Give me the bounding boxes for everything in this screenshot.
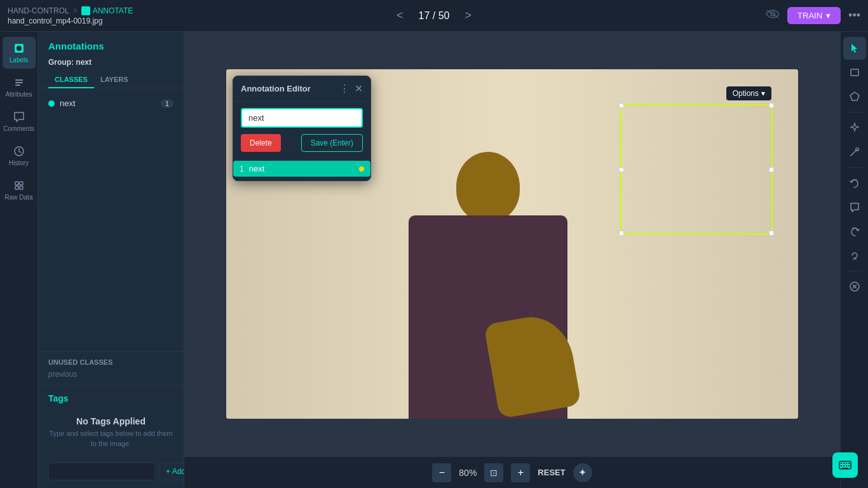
options-badge[interactable]: Options ▾ — [726, 86, 771, 100]
svg-rect-9 — [20, 182, 23, 185]
zoom-in-button[interactable]: + — [511, 463, 530, 482]
class-name: next — [60, 98, 76, 108]
svg-rect-22 — [843, 465, 844, 466]
svg-rect-23 — [846, 465, 847, 466]
breadcrumb-parent[interactable]: HAND-CONTROL — [8, 6, 69, 15]
tool-magic[interactable] — [843, 116, 866, 139]
nav-prev-button[interactable]: < — [391, 6, 409, 25]
tool-pointer[interactable] — [843, 37, 866, 60]
annotations-title: Annotations — [38, 32, 184, 57]
sidebar-item-raw-data[interactable]: Raw Data — [3, 174, 36, 206]
tool-divider-1 — [847, 112, 862, 112]
bounding-box[interactable]: Options ▾ — [620, 104, 773, 234]
keyboard-button[interactable] — [832, 452, 858, 478]
tool-undo[interactable] — [843, 172, 866, 194]
unused-class-previous: previous — [48, 370, 173, 379]
svg-rect-12 — [851, 69, 858, 76]
tag-input[interactable] — [48, 463, 155, 480]
class-color-dot — [48, 100, 55, 107]
bbox-corner-bl[interactable] — [619, 231, 624, 236]
annotations-tabs: CLASSES LAYERS — [38, 72, 184, 88]
annotation-list-item[interactable]: 1 next — [233, 161, 370, 177]
ae-body: Delete Save (Enter) — [233, 102, 370, 158]
bbox-corner-mr[interactable] — [769, 167, 774, 172]
topbar: HAND-CONTROL > ANNOTATE hand_control_mp4… — [0, 0, 868, 32]
tool-eraser[interactable] — [843, 275, 866, 298]
breadcrumb-current: ANNOTATE — [81, 6, 133, 15]
svg-rect-6 — [15, 85, 20, 86]
bbox-corner-ml[interactable] — [619, 167, 624, 172]
tool-rect[interactable] — [843, 61, 866, 84]
keyboard-container — [832, 452, 858, 478]
tab-classes[interactable]: CLASSES — [48, 72, 94, 88]
visibility-icon[interactable] — [766, 9, 780, 22]
ae-more-button[interactable]: ⋮ — [339, 83, 349, 95]
ae-title: Annotation Editor — [241, 84, 311, 93]
filename-label: hand_control_mp4-0019.jpg — [8, 17, 133, 25]
unused-classes-section: UNUSED CLASSES previous — [38, 351, 184, 385]
ae-close-button[interactable]: ✕ — [355, 83, 363, 95]
svg-rect-11 — [20, 186, 23, 189]
sidebar-item-history[interactable]: History — [3, 140, 36, 172]
svg-rect-18 — [843, 463, 844, 464]
no-tags-block: No Tags Applied Type and select tags bel… — [48, 410, 173, 455]
tags-title: Tags — [48, 393, 173, 403]
tool-polygon[interactable] — [843, 85, 866, 108]
sidebar-item-attributes[interactable]: Attributes — [3, 71, 36, 103]
svg-rect-19 — [846, 463, 847, 464]
train-button[interactable]: TRAIN ▾ — [787, 7, 841, 24]
ae-save-button[interactable]: Save (Enter) — [301, 134, 363, 152]
svg-rect-21 — [841, 465, 842, 466]
no-tags-description: Type and select tags below to add them t… — [48, 429, 173, 449]
annotation-editor: Annotation Editor ⋮ ✕ Delete Save (Enter… — [233, 76, 371, 181]
tags-section: Tags No Tags Applied Type and select tag… — [38, 385, 184, 488]
bbox-corner-br[interactable] — [769, 231, 774, 236]
tool-comment[interactable] — [843, 196, 866, 219]
tab-layers[interactable]: LAYERS — [94, 72, 135, 88]
annotation-list: 1 next — [233, 161, 370, 180]
svg-rect-17 — [841, 463, 842, 464]
image-frame[interactable]: Options ▾ Annotation Editor ⋮ ✕ — [226, 69, 798, 419]
topbar-right: TRAIN ▾ ••• — [766, 7, 860, 24]
ae-class-input[interactable] — [241, 108, 363, 128]
svg-point-3 — [17, 46, 22, 51]
sidebar-item-comments[interactable]: Comments — [3, 105, 36, 137]
bbox-corner-tl[interactable] — [619, 103, 624, 108]
sidebar-item-labels[interactable]: Labels — [3, 37, 36, 69]
brightness-button[interactable]: ✦ — [573, 463, 592, 482]
fit-button[interactable]: ⊡ — [484, 463, 503, 482]
svg-rect-4 — [15, 79, 23, 81]
bbox-corner-tr[interactable] — [769, 103, 774, 108]
no-tags-title: No Tags Applied — [48, 416, 173, 426]
person-head — [456, 152, 520, 222]
breadcrumb-sep: > — [73, 6, 78, 15]
ae-header-actions: ⋮ ✕ — [339, 83, 363, 95]
more-options-icon[interactable]: ••• — [848, 9, 860, 22]
ann-class-name: next — [249, 164, 354, 173]
main-layout: Labels Attributes Comments History Raw D… — [0, 32, 868, 488]
svg-marker-13 — [850, 92, 859, 100]
class-list: next 1 — [38, 88, 184, 351]
svg-rect-20 — [848, 463, 850, 464]
zoom-out-button[interactable]: − — [432, 463, 451, 482]
ae-buttons: Delete Save (Enter) — [241, 134, 363, 152]
nav-next-button[interactable]: > — [459, 6, 477, 25]
reset-button[interactable]: RESET — [538, 468, 565, 477]
group-label: Group: next — [38, 57, 184, 72]
tool-redo[interactable] — [843, 220, 866, 243]
ann-number: 1 — [240, 165, 244, 173]
canvas-content: Options ▾ Annotation Editor ⋮ ✕ — [184, 32, 840, 456]
navigation-center: < 17 / 50 > — [391, 6, 477, 25]
canvas-area: Options ▾ Annotation Editor ⋮ ✕ — [184, 32, 840, 488]
svg-rect-8 — [15, 182, 18, 185]
ae-delete-button[interactable]: Delete — [241, 134, 281, 152]
ann-color-dot — [359, 166, 364, 172]
tool-brush[interactable] — [843, 140, 866, 163]
person-hand — [484, 311, 581, 419]
class-item-next[interactable]: next 1 — [48, 95, 173, 112]
zoom-level-label: 80% — [459, 468, 477, 478]
annotations-panel: Annotations Group: next CLASSES LAYERS n… — [38, 32, 184, 488]
tool-rotate[interactable] — [843, 244, 866, 267]
class-count: 1 — [161, 99, 173, 108]
svg-rect-10 — [15, 186, 18, 189]
